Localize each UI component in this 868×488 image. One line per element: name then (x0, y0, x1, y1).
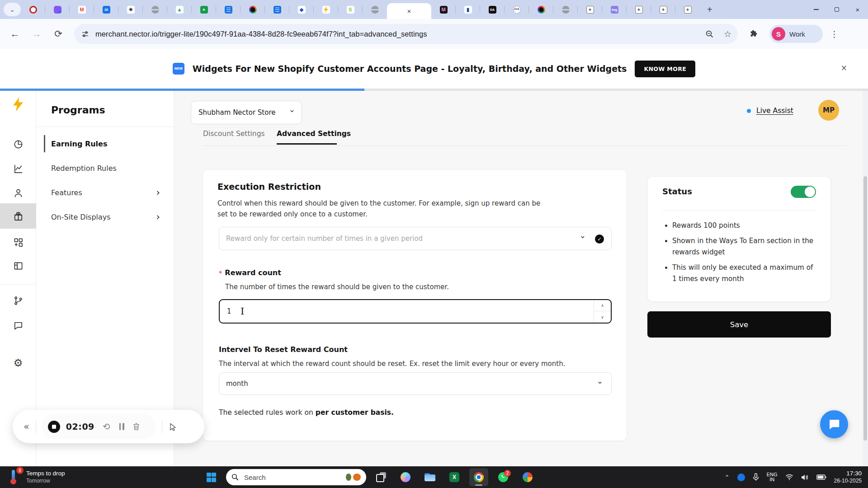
restart-recording-icon[interactable]: ⟲ (103, 421, 110, 432)
chevron-down-icon[interactable]: ⌄ (597, 376, 603, 385)
status-toggle[interactable] (791, 186, 816, 198)
zoom-out-icon[interactable] (705, 30, 714, 38)
nector-logo[interactable] (0, 94, 36, 114)
stop-recording-button[interactable] (48, 421, 60, 433)
rail-analytics-icon[interactable] (0, 159, 36, 178)
battery-icon[interactable] (816, 474, 826, 480)
file-explorer-button[interactable] (420, 468, 439, 486)
wifi-icon[interactable] (785, 474, 793, 480)
tray-expand-icon[interactable]: ⌃ (725, 474, 730, 481)
banner-close-icon[interactable]: × (841, 63, 847, 72)
tab-advanced-settings[interactable]: Advanced Settings (277, 130, 351, 138)
pinned-tab-bolt[interactable] (314, 0, 338, 19)
pinned-tab-blue-app[interactable]: ▮ (456, 0, 480, 19)
start-button[interactable] (202, 468, 221, 486)
pause-recording-button[interactable] (119, 423, 124, 430)
rail-integrations-icon[interactable] (0, 291, 36, 310)
pinned-tab-globe[interactable] (553, 0, 578, 19)
cursor-tool-icon[interactable] (169, 422, 177, 431)
pinned-tab-gmail[interactable]: M (70, 0, 94, 19)
pinned-tab-globe[interactable] (363, 0, 387, 19)
window-close-button[interactable]: × (847, 0, 868, 19)
pinned-tab-chatgpt[interactable]: ✳ (118, 0, 143, 19)
pinned-tab-calendar[interactable]: 26 (94, 0, 118, 19)
taskbar-clock[interactable]: 17:30 26-10-2025 (834, 469, 862, 485)
rail-widgets-icon[interactable] (0, 232, 36, 252)
microphone-icon[interactable] (753, 473, 759, 481)
bookmark-star-icon[interactable]: ☆ (724, 29, 731, 39)
pinned-tab-record[interactable] (21, 0, 45, 19)
copilot-button[interactable] (396, 468, 415, 486)
save-button[interactable]: Save (647, 311, 831, 338)
pinned-tab-addon[interactable]: + (627, 0, 651, 19)
pinned-tab-camera[interactable] (241, 0, 265, 19)
pinned-tab-docs[interactable] (265, 0, 289, 19)
url-bar[interactable]: merchant.nector.io/trigger-lite/190c497f… (74, 24, 738, 44)
rail-programs-icon[interactable] (0, 203, 36, 229)
pinned-tab-da[interactable]: DA (480, 0, 505, 19)
restriction-dropdown[interactable]: Reward only for certain number of times … (219, 227, 612, 250)
pinned-tab-globe[interactable] (143, 0, 167, 19)
language-indicator[interactable]: ENGIN (767, 472, 778, 483)
tab-close-icon[interactable]: × (407, 8, 411, 14)
pinned-tab-drive[interactable]: ▲ (167, 0, 192, 19)
window-maximize-button[interactable] (826, 0, 847, 19)
volume-icon[interactable] (801, 474, 809, 481)
pinned-tab-addon[interactable]: + (578, 0, 602, 19)
back-button[interactable]: ← (8, 28, 22, 39)
page-scrollbar[interactable] (863, 91, 868, 466)
rail-dashboard-icon[interactable] (0, 134, 36, 154)
sidebar-item-features[interactable]: Features› (51, 180, 174, 205)
pinned-tab-addon[interactable]: + (651, 0, 675, 19)
scrollbar-thumb[interactable] (863, 176, 867, 441)
photos-button[interactable] (518, 468, 537, 486)
active-tab[interactable]: × (387, 3, 431, 19)
pinned-tab-camera[interactable] (529, 0, 553, 19)
user-avatar[interactable]: MP (818, 100, 839, 121)
sidebar-item-redemption-rules[interactable]: Redemption Rules (51, 156, 174, 180)
taskbar-search[interactable]: Search (226, 469, 366, 485)
browser-profile-chip[interactable]: S Work (769, 25, 823, 43)
live-chat-button[interactable] (820, 410, 848, 438)
know-more-button[interactable]: KNOW MORE (635, 61, 695, 77)
pinned-tab-ack[interactable]: ACK (505, 0, 529, 19)
pinned-tab-sheets[interactable]: + (192, 0, 216, 19)
url-text[interactable]: merchant.nector.io/trigger-lite/190c497f… (95, 30, 427, 38)
tab-discount-settings[interactable]: Discount Settings (203, 130, 265, 138)
live-assist-link[interactable]: Live Assist (747, 107, 793, 115)
window-minimize-button[interactable] (806, 0, 826, 19)
tray-app-icon[interactable] (737, 474, 745, 481)
spinner-up-button[interactable]: ∧ (594, 300, 611, 311)
pinned-tab-docs[interactable] (216, 0, 241, 19)
sidebar-item-earning-rules[interactable]: Earning Rules (51, 131, 174, 156)
pinned-tab-shopify[interactable]: S (338, 0, 363, 19)
taskbar-weather[interactable]: 8 Temps to drop Tomorrow (6, 468, 65, 485)
spinner-down-button[interactable]: ∨ (594, 311, 611, 323)
excel-button[interactable]: X (445, 468, 464, 486)
whatsapp-button[interactable]: 2 (494, 468, 513, 486)
sidebar-item-on-site-displays[interactable]: On-Site Displays› (51, 205, 174, 229)
pinned-tab-addon[interactable]: + (675, 0, 700, 19)
rail-settings-icon[interactable]: ⚙ (0, 353, 36, 373)
rail-support-icon[interactable] (0, 315, 36, 335)
pinned-tab-merchant-dark[interactable]: M (431, 0, 456, 19)
new-tab-button[interactable]: + (707, 5, 712, 15)
browser-menu-icon[interactable]: ⋮ (830, 29, 839, 39)
pinned-tab-diamond[interactable]: ◆ (289, 0, 314, 19)
task-view-button[interactable] (372, 468, 391, 486)
reward-count-input[interactable] (226, 300, 570, 323)
chrome-button[interactable] (469, 468, 488, 486)
pinned-tab-loom[interactable] (45, 0, 70, 19)
rail-customers-icon[interactable] (0, 183, 36, 203)
reload-button[interactable]: ⟳ (52, 28, 65, 39)
pinned-tab-img[interactable]: img (602, 0, 627, 19)
forward-button[interactable]: → (30, 28, 43, 39)
recorder-collapse-button[interactable]: « (24, 421, 29, 432)
site-info-icon[interactable] (81, 30, 89, 38)
rail-displays-icon[interactable] (0, 256, 36, 276)
delete-recording-icon[interactable] (132, 422, 140, 431)
tab-search-button[interactable]: ⌄ (4, 3, 21, 16)
chevron-down-icon[interactable]: ⌄ (580, 231, 586, 240)
store-selector[interactable]: Shubham Nector Store ⌄ (191, 101, 302, 124)
extensions-icon[interactable] (750, 29, 759, 38)
